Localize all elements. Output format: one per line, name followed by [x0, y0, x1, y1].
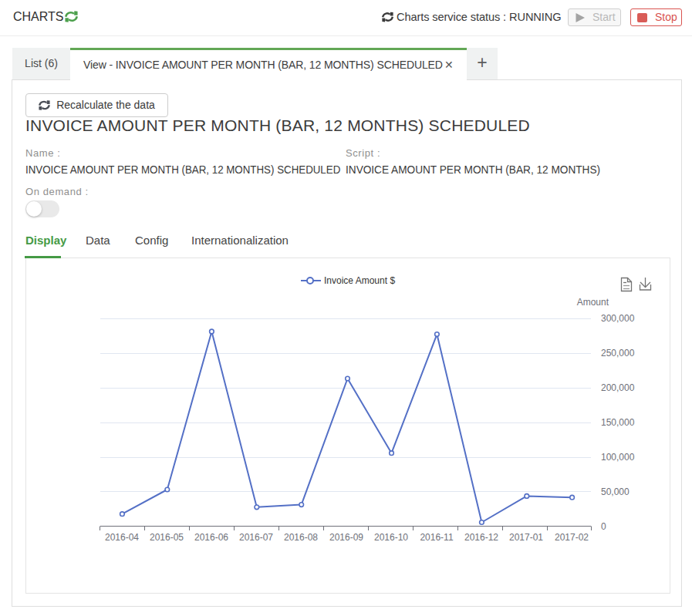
svg-text:2017-01: 2017-01: [509, 532, 543, 543]
svg-text:2016-12: 2016-12: [464, 532, 498, 543]
svg-text:2016-07: 2016-07: [239, 532, 273, 543]
svg-text:2016-04: 2016-04: [105, 532, 139, 543]
svg-text:2016-05: 2016-05: [150, 532, 184, 543]
svg-text:2016-10: 2016-10: [374, 532, 408, 543]
svg-text:250,000: 250,000: [601, 348, 635, 358]
svg-text:Invoice Amount $: Invoice Amount $: [324, 275, 395, 286]
svg-text:150,000: 150,000: [601, 417, 635, 428]
svg-text:2016-09: 2016-09: [329, 532, 363, 543]
svg-text:0: 0: [601, 521, 606, 532]
svg-text:2017-02: 2017-02: [555, 532, 589, 543]
svg-text:200,000: 200,000: [601, 382, 635, 393]
svg-text:Amount: Amount: [577, 297, 609, 308]
svg-text:2016-11: 2016-11: [420, 532, 453, 543]
svg-text:300,000: 300,000: [601, 313, 635, 324]
svg-text:50,000: 50,000: [601, 486, 630, 497]
svg-text:100,000: 100,000: [601, 452, 635, 463]
svg-text:2016-08: 2016-08: [284, 532, 318, 543]
svg-text:2016-06: 2016-06: [194, 532, 228, 543]
